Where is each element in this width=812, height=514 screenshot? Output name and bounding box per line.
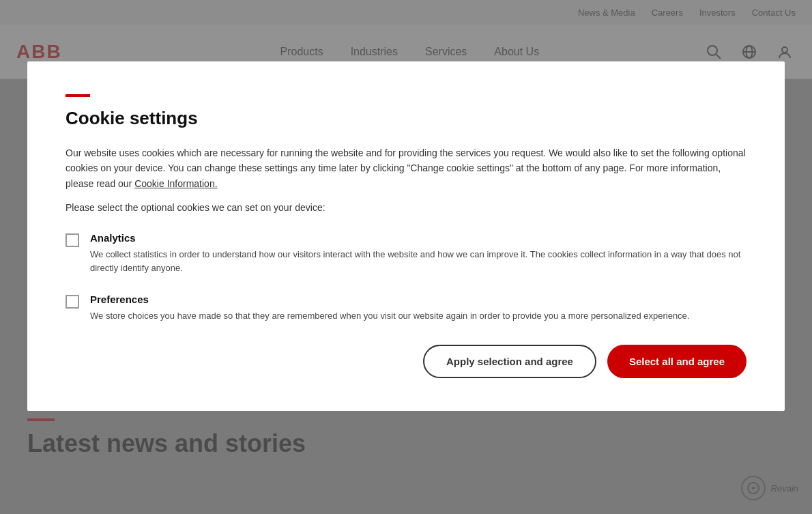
analytics-description: We collect statistics in order to unders… bbox=[90, 248, 746, 274]
cookie-overlay: Cookie settings Our website uses cookies… bbox=[0, 0, 812, 514]
preferences-content: Preferences We store choices you have ma… bbox=[90, 294, 689, 323]
cookie-info-link[interactable]: Cookie Information. bbox=[134, 178, 217, 189]
cookie-description: Our website uses cookies which are neces… bbox=[66, 145, 746, 191]
preferences-option: Preferences We store choices you have ma… bbox=[66, 294, 746, 323]
analytics-checkbox[interactable] bbox=[66, 233, 79, 247]
cookie-select-text: Please select the optional cookies we ca… bbox=[66, 202, 746, 213]
cookie-dialog: Cookie settings Our website uses cookies… bbox=[27, 61, 785, 411]
cookie-accent-bar bbox=[66, 94, 90, 97]
cookie-buttons: Apply selection and agree Select all and… bbox=[66, 345, 746, 378]
preferences-title: Preferences bbox=[90, 294, 689, 305]
apply-selection-button[interactable]: Apply selection and agree bbox=[423, 345, 596, 378]
preferences-description: We store choices you have made so that t… bbox=[90, 309, 689, 323]
analytics-option: Analytics We collect statistics in order… bbox=[66, 232, 746, 274]
select-all-button[interactable]: Select all and agree bbox=[607, 345, 746, 378]
preferences-checkbox[interactable] bbox=[66, 295, 79, 309]
analytics-title: Analytics bbox=[90, 232, 746, 244]
cookie-title: Cookie settings bbox=[66, 108, 746, 129]
analytics-content: Analytics We collect statistics in order… bbox=[90, 232, 746, 274]
